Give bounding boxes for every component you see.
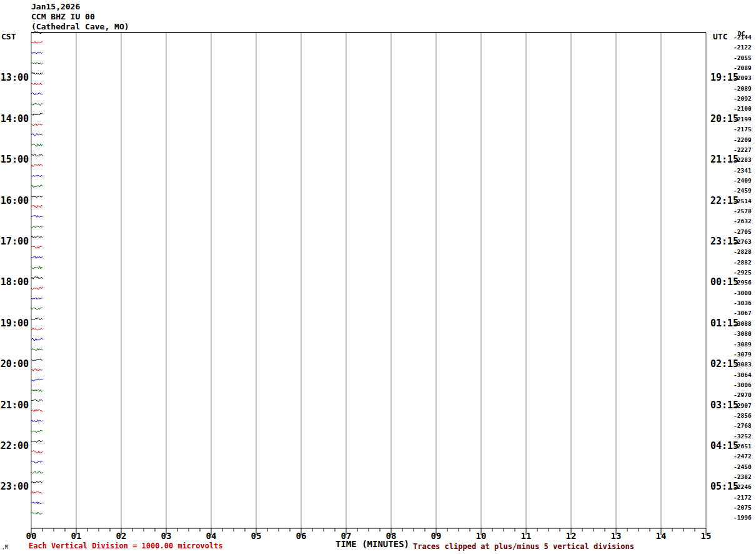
dc-offset-value: -2970	[734, 391, 752, 398]
hour-label-13:00: 13:00	[0, 72, 29, 83]
hour-label-14:00: 14:00	[0, 113, 29, 124]
trace-row-5	[31, 83, 42, 85]
dc-offset-value: -2450	[734, 463, 752, 470]
trace-row-42	[31, 461, 42, 463]
trace-row-41	[31, 451, 42, 453]
minute-label-05: 05	[246, 531, 266, 541]
trace-row-14	[31, 175, 42, 176]
dc-offset-value: -3064	[734, 371, 752, 378]
title-station: CCM BHZ IU 00	[31, 12, 95, 22]
dc-offset-value: -2227	[734, 146, 752, 153]
trace-row-38	[31, 420, 42, 422]
minute-label-12: 12	[561, 531, 581, 541]
trace-row-27	[31, 308, 42, 310]
trace-row-37	[31, 410, 42, 412]
dc-offset-value: -2122	[734, 44, 752, 51]
minute-label-02: 02	[111, 531, 131, 541]
x-axis-title: TIME (MINUTES)	[336, 539, 409, 549]
dc-offset-value: -2341	[734, 167, 752, 174]
dc-offset-value: -2283	[734, 156, 752, 163]
trace-row-1	[31, 41, 42, 43]
trace-row-19	[31, 226, 42, 228]
minute-label-14: 14	[651, 531, 671, 541]
trace-row-10	[31, 134, 42, 136]
hour-label-23:00: 23:00	[0, 481, 29, 492]
dc-offset-value: -2092	[734, 95, 752, 102]
trace-row-40	[31, 440, 42, 442]
trace-row-12	[31, 154, 42, 156]
trace-row-39	[31, 430, 42, 433]
dc-offset-value: -3089	[734, 341, 752, 348]
trace-row-22	[31, 256, 42, 259]
dc-offset-value: -2055	[734, 54, 752, 61]
dc-offset-value: -2075	[734, 504, 752, 511]
trace-row-4	[31, 72, 42, 74]
trace-row-34	[31, 379, 42, 381]
hour-label-20:00: 20:00	[0, 358, 29, 370]
dc-offset-value: -2089	[734, 64, 752, 71]
dc-offset-value: -2144	[734, 34, 752, 41]
trace-row-9	[31, 124, 42, 126]
hour-label-18:00: 18:00	[0, 276, 29, 288]
dc-offset-value: -3083	[734, 361, 752, 368]
trace-row-3	[31, 63, 42, 64]
trace-row-13	[31, 164, 42, 167]
minute-label-03: 03	[156, 531, 176, 541]
dc-offset-value: -2956	[734, 279, 752, 286]
trace-row-43	[31, 471, 42, 473]
dc-offset-value: -2199	[734, 116, 752, 123]
dc-offset-value: -2246	[734, 483, 752, 490]
dc-offset-value: -2828	[734, 248, 752, 255]
trace-row-33	[31, 369, 42, 371]
trace-row-44	[31, 481, 42, 483]
trace-row-2	[31, 52, 42, 53]
dc-offset-value: -2093	[734, 74, 752, 81]
trace-row-7	[31, 103, 42, 105]
trace-row-35	[31, 390, 42, 391]
hour-label-17:00: 17:00	[0, 236, 29, 247]
trace-row-18	[31, 216, 42, 218]
hour-label-16:00: 16:00	[0, 195, 29, 206]
trace-row-32	[31, 359, 42, 361]
minute-label-13: 13	[606, 531, 626, 541]
trace-row-8	[31, 113, 42, 116]
dc-offset-value: -1996	[734, 514, 752, 521]
dc-offset-value: -2100	[734, 105, 752, 112]
dc-offset-value: -2472	[734, 453, 752, 460]
title-location: (Cathedral Cave, MO)	[31, 22, 129, 32]
dc-offset-value: -3080	[734, 330, 752, 337]
hour-label-15:00: 15:00	[0, 154, 29, 165]
dc-offset-value: -2514	[734, 198, 752, 204]
trace-row-30	[31, 338, 42, 341]
trace-row-17	[31, 205, 42, 208]
trace-row-26	[31, 298, 42, 300]
trace-row-29	[31, 328, 42, 330]
dc-offset-value: -3079	[734, 351, 752, 358]
hour-label-22:00: 22:00	[0, 440, 29, 451]
dc-offset-value: -3067	[734, 310, 752, 316]
dc-offset-value: -2382	[734, 473, 752, 480]
trace-row-6	[31, 93, 42, 94]
minute-label-11: 11	[516, 531, 536, 541]
title-date: Jan15,2026	[31, 2, 80, 12]
dc-offset-value: -2768	[734, 422, 752, 429]
dc-offset-value: -2578	[734, 208, 752, 214]
dc-offset-value: -2459	[734, 187, 752, 194]
trace-row-15	[31, 185, 42, 187]
minute-label-00: 00	[21, 531, 41, 541]
dc-offset-value: -2632	[734, 218, 752, 224]
dc-offset-value: -2763	[734, 238, 752, 245]
trace-row-46	[31, 502, 42, 504]
dc-offset-value: -2705	[734, 228, 752, 235]
dc-offset-value: -2409	[734, 177, 752, 184]
trace-row-16	[31, 196, 42, 197]
minute-label-06: 06	[291, 531, 311, 541]
dc-offset-value: -2209	[734, 136, 752, 143]
dc-offset-value: -2907	[734, 402, 752, 409]
dc-offset-value: -2089	[734, 85, 752, 92]
clip-note: Traces clipped at plus/minus 5 vertical …	[413, 542, 634, 551]
trace-row-45	[31, 491, 42, 493]
division-note: Each Vertical Division = 1000.00 microvo…	[29, 541, 223, 550]
minute-label-01: 01	[66, 531, 86, 541]
trace-row-23	[31, 266, 42, 269]
